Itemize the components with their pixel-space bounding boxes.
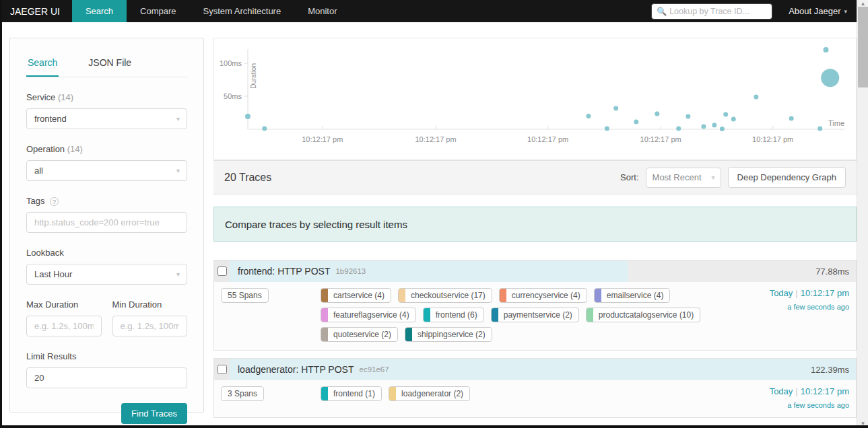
- sort-select[interactable]: Most Recent ▾: [646, 168, 721, 188]
- min-duration-input[interactable]: [121, 321, 180, 331]
- operation-select[interactable]: all ▾: [26, 160, 187, 181]
- app-brand[interactable]: JAEGER UI: [2, 0, 72, 22]
- lookback-select[interactable]: Last Hour ▾: [26, 264, 187, 285]
- trace-result-card[interactable]: frontend: HTTP POST066341b3.55ms: [213, 425, 857, 428]
- nav-tab-system-architecture[interactable]: System Architecture: [190, 0, 295, 22]
- trace-scatter-point[interactable]: [817, 127, 822, 131]
- trace-duration-bar[interactable]: loadgenerator: HTTP POSTec91e67122.39ms: [230, 359, 856, 380]
- tab-json-file[interactable]: JSON File: [87, 53, 133, 77]
- scrollbar-thumb[interactable]: [858, 7, 868, 87]
- service-count: (14): [58, 92, 73, 102]
- nav-tab-monitor[interactable]: Monitor: [294, 0, 350, 22]
- service-tag-pill[interactable]: frontend (6): [423, 308, 484, 322]
- separator: |: [793, 386, 800, 396]
- scatter-plot-svg[interactable]: 50ms100ms10:12:17 pm10:12:17 pm10:12:17 …: [214, 38, 845, 159]
- service-tag-pill[interactable]: checkoutservice (17): [398, 288, 492, 303]
- service-tag-label: frontend (6): [430, 308, 483, 322]
- min-duration-field: [112, 316, 188, 336]
- nav-tab-search[interactable]: Search: [72, 0, 127, 22]
- trace-date-time[interactable]: Today|10:12:17 pm: [724, 386, 849, 396]
- scrollbar-up-arrow[interactable]: ▲: [857, 1, 868, 7]
- trace-scatter-point[interactable]: [723, 112, 728, 117]
- trace-duration-bar[interactable]: frontend: HTTP POST1b9261377.88ms: [230, 260, 856, 282]
- trace-scatter-point[interactable]: [701, 124, 706, 129]
- service-tag-pill[interactable]: paymentservice (2): [491, 308, 579, 322]
- trace-scatter-point[interactable]: [720, 127, 725, 131]
- deep-dependency-graph-button[interactable]: Deep Dependency Graph: [728, 167, 846, 188]
- search-form-card: Search JSON File Service (14) frontend ▾…: [9, 38, 204, 413]
- trace-scatter-point[interactable]: [712, 123, 716, 128]
- vertical-scrollbar[interactable]: ▲ ▼: [857, 0, 868, 428]
- service-tag-pill[interactable]: cartservice (4): [321, 288, 391, 303]
- trace-scatter-point[interactable]: [821, 69, 839, 87]
- tab-search[interactable]: Search: [26, 53, 59, 77]
- chevron-down-icon: ▾: [844, 8, 847, 15]
- service-tag-pill[interactable]: loadgenerator (2): [389, 386, 470, 401]
- trace-date-link[interactable]: Today: [770, 288, 793, 298]
- trace-scatter-point[interactable]: [262, 127, 267, 131]
- trace-result-card[interactable]: frontend: HTTP POST1b9261377.88ms55 Span…: [213, 260, 857, 351]
- trace-scatter-point[interactable]: [824, 47, 829, 52]
- compare-traces-banner: Compare traces by selecting result items: [213, 207, 857, 242]
- chevron-down-icon: ▾: [712, 174, 715, 181]
- span-count-pill: 3 Spans: [221, 386, 264, 401]
- service-select-value: frontend: [34, 114, 67, 124]
- nav-tab-compare[interactable]: Compare: [127, 0, 189, 22]
- search-results-column: 50ms100ms10:12:17 pm10:12:17 pm10:12:17 …: [213, 22, 857, 425]
- trace-scatter-point[interactable]: [686, 114, 690, 118]
- tags-field: [26, 212, 187, 233]
- trace-card-header: frontend: HTTP POST1b9261377.88ms: [214, 260, 856, 282]
- scrollbar-down-arrow[interactable]: ▼: [857, 421, 868, 427]
- limit-results-field: [26, 367, 187, 388]
- trace-time-link[interactable]: 10:12:17 pm: [801, 386, 849, 396]
- service-select[interactable]: frontend ▾: [26, 108, 187, 129]
- service-tag-pill[interactable]: quoteservice (2): [321, 327, 398, 342]
- trace-name[interactable]: loadgenerator: HTTP POST: [238, 364, 354, 375]
- trace-select-checkbox[interactable]: [218, 266, 227, 276]
- service-tag-label: frontend (1): [328, 387, 381, 400]
- max-duration-input[interactable]: [34, 321, 94, 331]
- content-area: Search JSON File Service (14) frontend ▾…: [2, 22, 857, 425]
- service-tag-pill[interactable]: productcatalogservice (10): [586, 308, 700, 322]
- trace-scatter-point[interactable]: [245, 114, 251, 119]
- trace-name[interactable]: frontend: HTTP POST: [238, 266, 330, 277]
- trace-relative-time: a few seconds ago: [724, 303, 849, 311]
- service-tag-pill[interactable]: emailservice (4): [594, 288, 671, 303]
- trace-date-time[interactable]: Today|10:12:17 pm: [724, 288, 849, 298]
- trace-lookup-input[interactable]: [651, 3, 772, 20]
- trace-select-checkbox[interactable]: [218, 365, 227, 374]
- trace-scatter-point[interactable]: [754, 94, 758, 99]
- trace-date-link[interactable]: Today: [770, 386, 793, 396]
- trace-result-card[interactable]: loadgenerator: HTTP POSTec91e67122.39ms3…: [213, 358, 857, 418]
- trace-scatter-point[interactable]: [731, 117, 736, 122]
- service-tag-pill[interactable]: currencyservice (4): [499, 288, 587, 303]
- about-jaeger-menu[interactable]: About Jaeger ▾: [789, 6, 847, 16]
- service-tag-pill[interactable]: frontend (1): [321, 386, 382, 401]
- trace-scatter-point[interactable]: [605, 127, 609, 131]
- x-tick-label: 10:12:17 pm: [640, 135, 681, 143]
- help-icon[interactable]: ?: [50, 197, 59, 206]
- trace-scatter-point[interactable]: [676, 127, 681, 131]
- tags-label: Tags ?: [26, 196, 187, 206]
- trace-spans-cell: 55 Spans: [221, 288, 321, 342]
- service-tag-label: featureflagservice (4): [328, 308, 415, 322]
- service-tag-label: emailservice (4): [601, 289, 670, 302]
- trace-card-body: 3 Spansfrontend (1)loadgenerator (2)Toda…: [214, 380, 856, 417]
- service-tag-pill[interactable]: shippingservice (2): [405, 327, 492, 342]
- service-color-swatch: [321, 308, 328, 322]
- sidebar-tabs: Search JSON File: [26, 53, 187, 77]
- limit-results-input[interactable]: [34, 373, 179, 383]
- service-tag-pill[interactable]: featureflagservice (4): [321, 308, 416, 322]
- trace-scatter-point[interactable]: [655, 111, 659, 116]
- trace-scatter-point[interactable]: [586, 114, 591, 118]
- service-tag-label: currencyservice (4): [506, 289, 587, 302]
- trace-scatter-point[interactable]: [789, 116, 794, 121]
- service-color-swatch: [321, 328, 328, 341]
- tags-input[interactable]: [34, 217, 179, 227]
- lookback-select-value: Last Hour: [34, 269, 72, 279]
- trace-scatter-point[interactable]: [613, 106, 618, 111]
- trace-scatter-point[interactable]: [634, 120, 638, 124]
- y-axis-title: Duration: [250, 63, 257, 89]
- find-traces-button[interactable]: Find Traces: [121, 403, 187, 424]
- trace-time-link[interactable]: 10:12:17 pm: [801, 288, 849, 298]
